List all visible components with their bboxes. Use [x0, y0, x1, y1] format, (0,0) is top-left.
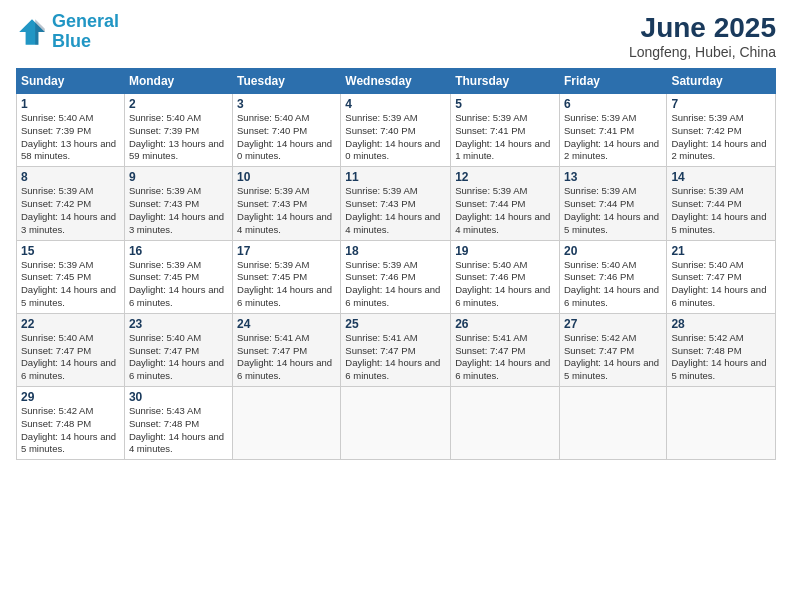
day-number: 15 [21, 244, 120, 258]
day-number: 23 [129, 317, 228, 331]
day-info: Sunrise: 5:39 AMSunset: 7:45 PMDaylight:… [237, 259, 336, 310]
table-row: 7Sunrise: 5:39 AMSunset: 7:42 PMDaylight… [667, 94, 776, 167]
table-row [341, 387, 451, 460]
table-row: 10Sunrise: 5:39 AMSunset: 7:43 PMDayligh… [233, 167, 341, 240]
day-number: 24 [237, 317, 336, 331]
day-number: 2 [129, 97, 228, 111]
title-block: June 2025 Longfeng, Hubei, China [629, 12, 776, 60]
day-info: Sunrise: 5:39 AMSunset: 7:45 PMDaylight:… [21, 259, 120, 310]
day-info: Sunrise: 5:40 AMSunset: 7:47 PMDaylight:… [671, 259, 771, 310]
day-number: 5 [455, 97, 555, 111]
table-row: 5Sunrise: 5:39 AMSunset: 7:41 PMDaylight… [451, 94, 560, 167]
day-number: 20 [564, 244, 662, 258]
table-row: 1Sunrise: 5:40 AMSunset: 7:39 PMDaylight… [17, 94, 125, 167]
col-saturday: Saturday [667, 69, 776, 94]
day-number: 8 [21, 170, 120, 184]
day-info: Sunrise: 5:39 AMSunset: 7:42 PMDaylight:… [21, 185, 120, 236]
logo: General Blue [16, 12, 119, 52]
day-info: Sunrise: 5:39 AMSunset: 7:40 PMDaylight:… [345, 112, 446, 163]
day-info: Sunrise: 5:43 AMSunset: 7:48 PMDaylight:… [129, 405, 228, 456]
day-info: Sunrise: 5:41 AMSunset: 7:47 PMDaylight:… [237, 332, 336, 383]
table-row: 8Sunrise: 5:39 AMSunset: 7:42 PMDaylight… [17, 167, 125, 240]
table-row: 17Sunrise: 5:39 AMSunset: 7:45 PMDayligh… [233, 240, 341, 313]
col-sunday: Sunday [17, 69, 125, 94]
day-info: Sunrise: 5:40 AMSunset: 7:39 PMDaylight:… [129, 112, 228, 163]
table-row: 25Sunrise: 5:41 AMSunset: 7:47 PMDayligh… [341, 313, 451, 386]
day-number: 10 [237, 170, 336, 184]
col-monday: Monday [124, 69, 232, 94]
day-number: 11 [345, 170, 446, 184]
day-number: 30 [129, 390, 228, 404]
day-number: 3 [237, 97, 336, 111]
day-number: 17 [237, 244, 336, 258]
day-number: 16 [129, 244, 228, 258]
page: General Blue June 2025 Longfeng, Hubei, … [0, 0, 792, 612]
col-wednesday: Wednesday [341, 69, 451, 94]
calendar: Sunday Monday Tuesday Wednesday Thursday… [16, 68, 776, 460]
day-number: 26 [455, 317, 555, 331]
day-number: 29 [21, 390, 120, 404]
day-info: Sunrise: 5:39 AMSunset: 7:44 PMDaylight:… [564, 185, 662, 236]
subtitle: Longfeng, Hubei, China [629, 44, 776, 60]
day-number: 25 [345, 317, 446, 331]
day-info: Sunrise: 5:39 AMSunset: 7:44 PMDaylight:… [671, 185, 771, 236]
table-row: 14Sunrise: 5:39 AMSunset: 7:44 PMDayligh… [667, 167, 776, 240]
table-row: 3Sunrise: 5:40 AMSunset: 7:40 PMDaylight… [233, 94, 341, 167]
day-info: Sunrise: 5:40 AMSunset: 7:47 PMDaylight:… [21, 332, 120, 383]
day-info: Sunrise: 5:40 AMSunset: 7:46 PMDaylight:… [564, 259, 662, 310]
day-info: Sunrise: 5:39 AMSunset: 7:43 PMDaylight:… [129, 185, 228, 236]
table-row: 2Sunrise: 5:40 AMSunset: 7:39 PMDaylight… [124, 94, 232, 167]
day-number: 12 [455, 170, 555, 184]
day-number: 4 [345, 97, 446, 111]
table-row: 18Sunrise: 5:39 AMSunset: 7:46 PMDayligh… [341, 240, 451, 313]
table-row: 26Sunrise: 5:41 AMSunset: 7:47 PMDayligh… [451, 313, 560, 386]
table-row: 11Sunrise: 5:39 AMSunset: 7:43 PMDayligh… [341, 167, 451, 240]
day-info: Sunrise: 5:39 AMSunset: 7:41 PMDaylight:… [564, 112, 662, 163]
day-info: Sunrise: 5:40 AMSunset: 7:39 PMDaylight:… [21, 112, 120, 163]
day-number: 22 [21, 317, 120, 331]
table-row: 20Sunrise: 5:40 AMSunset: 7:46 PMDayligh… [559, 240, 666, 313]
day-info: Sunrise: 5:39 AMSunset: 7:43 PMDaylight:… [237, 185, 336, 236]
day-number: 7 [671, 97, 771, 111]
table-row: 6Sunrise: 5:39 AMSunset: 7:41 PMDaylight… [559, 94, 666, 167]
table-row [667, 387, 776, 460]
table-row [233, 387, 341, 460]
table-row: 29Sunrise: 5:42 AMSunset: 7:48 PMDayligh… [17, 387, 125, 460]
col-thursday: Thursday [451, 69, 560, 94]
table-row: 28Sunrise: 5:42 AMSunset: 7:48 PMDayligh… [667, 313, 776, 386]
table-row: 15Sunrise: 5:39 AMSunset: 7:45 PMDayligh… [17, 240, 125, 313]
day-info: Sunrise: 5:39 AMSunset: 7:42 PMDaylight:… [671, 112, 771, 163]
col-tuesday: Tuesday [233, 69, 341, 94]
day-info: Sunrise: 5:42 AMSunset: 7:48 PMDaylight:… [671, 332, 771, 383]
table-row: 4Sunrise: 5:39 AMSunset: 7:40 PMDaylight… [341, 94, 451, 167]
logo-blue: Blue [52, 32, 119, 52]
day-info: Sunrise: 5:39 AMSunset: 7:46 PMDaylight:… [345, 259, 446, 310]
day-number: 28 [671, 317, 771, 331]
table-row: 24Sunrise: 5:41 AMSunset: 7:47 PMDayligh… [233, 313, 341, 386]
table-row [451, 387, 560, 460]
logo-text: General Blue [52, 12, 119, 52]
day-info: Sunrise: 5:42 AMSunset: 7:48 PMDaylight:… [21, 405, 120, 456]
day-info: Sunrise: 5:41 AMSunset: 7:47 PMDaylight:… [455, 332, 555, 383]
day-number: 18 [345, 244, 446, 258]
header: General Blue June 2025 Longfeng, Hubei, … [16, 12, 776, 60]
day-number: 14 [671, 170, 771, 184]
day-info: Sunrise: 5:42 AMSunset: 7:47 PMDaylight:… [564, 332, 662, 383]
table-row: 27Sunrise: 5:42 AMSunset: 7:47 PMDayligh… [559, 313, 666, 386]
day-number: 1 [21, 97, 120, 111]
day-info: Sunrise: 5:40 AMSunset: 7:47 PMDaylight:… [129, 332, 228, 383]
table-row: 23Sunrise: 5:40 AMSunset: 7:47 PMDayligh… [124, 313, 232, 386]
day-info: Sunrise: 5:39 AMSunset: 7:43 PMDaylight:… [345, 185, 446, 236]
table-row: 9Sunrise: 5:39 AMSunset: 7:43 PMDaylight… [124, 167, 232, 240]
day-info: Sunrise: 5:40 AMSunset: 7:40 PMDaylight:… [237, 112, 336, 163]
day-number: 19 [455, 244, 555, 258]
main-title: June 2025 [629, 12, 776, 44]
header-row: Sunday Monday Tuesday Wednesday Thursday… [17, 69, 776, 94]
table-row: 12Sunrise: 5:39 AMSunset: 7:44 PMDayligh… [451, 167, 560, 240]
day-info: Sunrise: 5:39 AMSunset: 7:44 PMDaylight:… [455, 185, 555, 236]
day-number: 21 [671, 244, 771, 258]
day-number: 27 [564, 317, 662, 331]
day-info: Sunrise: 5:41 AMSunset: 7:47 PMDaylight:… [345, 332, 446, 383]
logo-general: General [52, 11, 119, 31]
table-row: 30Sunrise: 5:43 AMSunset: 7:48 PMDayligh… [124, 387, 232, 460]
